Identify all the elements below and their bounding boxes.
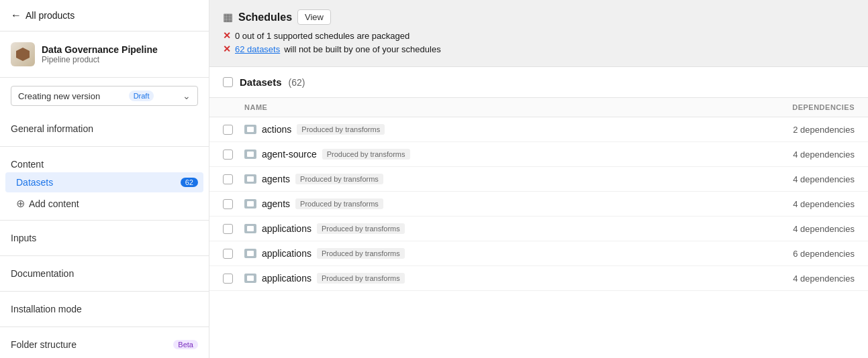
nav-item-inputs[interactable]: Inputs xyxy=(0,226,209,250)
schedule-warning-2: ✕ 62 datasets will not be built by one o… xyxy=(223,44,855,54)
dataset-tag-2: Produced by transforms xyxy=(295,174,383,184)
product-icon xyxy=(11,42,35,66)
dataset-tag-5: Produced by transforms xyxy=(317,248,405,259)
divider3 xyxy=(0,255,209,256)
dataset-icon-4 xyxy=(244,224,256,233)
nav-folder: Folder structure Beta xyxy=(0,330,209,358)
row-name-0: actions Produced by transforms xyxy=(244,124,747,135)
nav-item-general-information[interactable]: General information xyxy=(0,117,209,141)
nav-content: Content Datasets 62 ⊕ Add content xyxy=(0,150,209,217)
row-deps-4: 4 dependencies xyxy=(747,224,855,234)
content-label: Content xyxy=(0,152,209,172)
checkbox-0[interactable] xyxy=(223,125,233,135)
add-content-item[interactable]: ⊕ Add content xyxy=(0,192,209,215)
add-content-label: Add content xyxy=(29,198,79,209)
dataset-name-4: applications xyxy=(262,223,311,234)
dataset-icon-3 xyxy=(244,199,256,208)
datasets-link[interactable]: 62 datasets xyxy=(235,44,280,54)
nav-install: Installation mode xyxy=(0,294,209,324)
schedules-title: Schedules xyxy=(238,11,292,23)
row-deps-1: 4 dependencies xyxy=(747,150,855,160)
dataset-tag-4: Produced by transforms xyxy=(317,223,405,234)
row-name-3: agents Produced by transforms xyxy=(244,198,747,209)
row-name-4: applications Produced by transforms xyxy=(244,223,747,234)
product-sub: Pipeline product xyxy=(42,55,158,64)
checkbox-2[interactable] xyxy=(223,174,233,184)
calendar-icon: ▦ xyxy=(223,11,233,23)
dataset-tag-6: Produced by transforms xyxy=(317,273,405,284)
datasets-count: (62) xyxy=(289,77,305,88)
checkbox-1[interactable] xyxy=(223,150,233,160)
row-checkbox-1[interactable] xyxy=(223,150,244,160)
version-badge: Draft xyxy=(129,91,154,101)
nav-item-documentation[interactable]: Documentation xyxy=(0,261,209,286)
row-checkbox-5[interactable] xyxy=(223,249,244,259)
datasets-title: Datasets xyxy=(240,76,282,88)
row-checkbox-4[interactable] xyxy=(223,224,244,234)
schedule-warning-1-text: 0 out of 1 supported schedules are packa… xyxy=(235,31,409,41)
add-circle-icon: ⊕ xyxy=(16,197,25,210)
back-link[interactable]: ← All products xyxy=(0,0,209,32)
row-name-5: applications Produced by transforms xyxy=(244,248,747,259)
back-arrow-icon: ← xyxy=(11,9,21,21)
product-info: Data Governance Pipeline Pipeline produc… xyxy=(42,44,158,64)
dataset-name-3: agents xyxy=(262,198,290,209)
checkbox-6[interactable] xyxy=(223,274,233,284)
dataset-name-6: applications xyxy=(262,273,311,284)
error-icon-2: ✕ xyxy=(223,44,231,54)
col-name-header: NAME xyxy=(244,103,747,111)
row-checkbox-3[interactable] xyxy=(223,199,244,209)
row-name-1: agent-source Produced by transforms xyxy=(244,149,747,160)
dataset-icon-5 xyxy=(244,249,256,258)
folder-structure-label: Folder structure xyxy=(11,339,77,350)
row-deps-5: 6 dependencies xyxy=(747,249,855,259)
nav-item-folder-structure[interactable]: Folder structure Beta xyxy=(0,333,209,357)
nav-datasets-label: Datasets xyxy=(16,177,53,188)
row-deps-0: 2 dependencies xyxy=(747,125,855,135)
row-checkbox-0[interactable] xyxy=(223,125,244,135)
nav-inputs: Inputs xyxy=(0,223,209,253)
beta-badge: Beta xyxy=(173,340,198,349)
schedules-banner: ▦ Schedules View ✕ 0 out of 1 supported … xyxy=(209,0,868,67)
checkbox-3[interactable] xyxy=(223,199,233,209)
divider4 xyxy=(0,291,209,292)
dataset-name-1: agent-source xyxy=(262,149,317,160)
datasets-header: Datasets (62) xyxy=(209,67,868,98)
divider2 xyxy=(0,220,209,221)
checkbox-4[interactable] xyxy=(223,224,233,234)
table-row: applications Produced by transforms 6 de… xyxy=(209,241,868,266)
nav-docs: Documentation xyxy=(0,259,209,288)
row-deps-2: 4 dependencies xyxy=(747,174,855,184)
dataset-name-2: agents xyxy=(262,174,290,184)
chevron-down-icon: ⌄ xyxy=(183,91,191,101)
dataset-icon-0 xyxy=(244,125,256,134)
dataset-icon-2 xyxy=(244,174,256,184)
version-selector[interactable]: Creating new version Draft ⌄ xyxy=(11,86,198,106)
error-icon-1: ✕ xyxy=(223,30,231,41)
nav-item-datasets[interactable]: Datasets 62 xyxy=(5,172,203,192)
dataset-name-5: applications xyxy=(262,248,311,259)
divider5 xyxy=(0,326,209,327)
row-deps-3: 4 dependencies xyxy=(747,199,855,209)
main-content: ▦ Schedules View ✕ 0 out of 1 supported … xyxy=(209,0,868,358)
row-checkbox-2[interactable] xyxy=(223,174,244,184)
row-checkbox-6[interactable] xyxy=(223,274,244,284)
dataset-tag-0: Produced by transforms xyxy=(297,124,385,135)
dataset-name-0: actions xyxy=(262,124,291,135)
table-header: NAME DEPENDENCIES xyxy=(209,98,868,117)
select-all-checkbox[interactable] xyxy=(223,77,233,87)
datasets-section: Datasets (62) NAME DEPENDENCIES actions … xyxy=(209,67,868,358)
row-name-2: agents Produced by transforms xyxy=(244,174,747,184)
table-row: agents Produced by transforms 4 dependen… xyxy=(209,192,868,217)
table-row: actions Produced by transforms 2 depende… xyxy=(209,117,868,142)
back-label: All products xyxy=(26,10,75,21)
view-button[interactable]: View xyxy=(297,9,331,25)
nav-general: General information xyxy=(0,114,209,143)
dataset-tag-1: Produced by transforms xyxy=(322,149,410,160)
checkbox-5[interactable] xyxy=(223,249,233,259)
table-row: agent-source Produced by transforms 4 de… xyxy=(209,142,868,167)
table-body: actions Produced by transforms 2 depende… xyxy=(209,117,868,291)
schedule-warning-1: ✕ 0 out of 1 supported schedules are pac… xyxy=(223,30,855,41)
nav-item-installation-mode[interactable]: Installation mode xyxy=(0,297,209,321)
col-deps-header: DEPENDENCIES xyxy=(747,103,855,111)
